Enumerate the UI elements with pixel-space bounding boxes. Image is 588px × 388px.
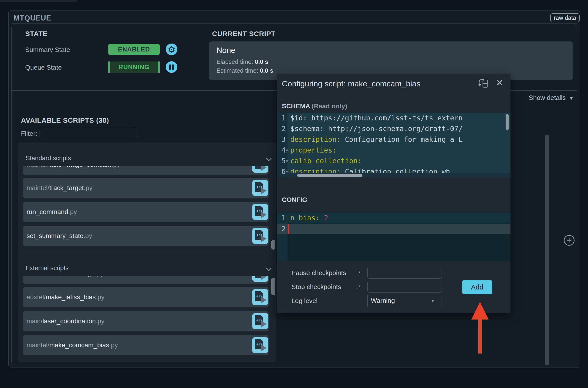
launch-script-icon[interactable]: </> xyxy=(252,228,268,244)
schema-vertical-scrollbar-thumb[interactable] xyxy=(506,114,509,130)
current-script-heading: CURRENT SCRIPT xyxy=(212,30,275,38)
script-path: auxtel/make_latiss_bias.py xyxy=(26,287,105,307)
estimated-time: Estimated time: 0.0 s xyxy=(217,67,273,74)
play-icon xyxy=(261,187,267,194)
external-list-scrollbar-thumb[interactable] xyxy=(271,278,275,295)
line-number: 4 xyxy=(277,145,286,156)
arrow-head xyxy=(471,302,489,319)
code-line: 4properties: xyxy=(277,145,511,156)
configure-script-dialog: Configuring script: make_comcam_bias × S… xyxy=(277,74,511,313)
code-line: 1n_bias: 2 xyxy=(277,213,511,223)
launch-script-icon[interactable]: </> xyxy=(252,313,268,329)
external-scripts-label: External scripts xyxy=(26,265,69,272)
section-divider xyxy=(23,253,270,253)
summary-state-badge: ENABLED xyxy=(108,44,160,55)
script-list-item[interactable]: maintel/track_target.py</> xyxy=(23,178,269,198)
code-line: 2$schema: http://json-schema.org/draft-0… xyxy=(277,123,511,134)
add-script-plus-icon[interactable]: + xyxy=(564,235,574,246)
triangle-down-icon: ▼ xyxy=(568,95,574,101)
stop-checkpoints-input[interactable] xyxy=(367,281,442,292)
pause-checkpoints-hint: .* xyxy=(357,270,361,277)
script-list-item[interactable]: auxtel/latiss_cwfs_align.py</> xyxy=(23,276,269,284)
line-number: 5 xyxy=(277,156,286,166)
show-details-toggle[interactable]: Show details▼ xyxy=(529,94,574,101)
code-line: 3description: Configuration for making a… xyxy=(277,134,511,145)
code-line: 1$id: https://github.com/lsst-ts/ts_exte… xyxy=(277,113,511,123)
script-path: maintel/track_target.py xyxy=(26,178,92,198)
play-icon xyxy=(261,235,267,242)
pause-queue-button[interactable] xyxy=(166,61,177,73)
script-path: set_summary_state.py xyxy=(26,226,92,246)
filter-label: Filter: xyxy=(21,130,37,137)
log-level-select[interactable]: Warning ▼ xyxy=(367,295,442,307)
script-path: run_command.py xyxy=(26,202,77,222)
summary-state-settings-button[interactable]: ⚙ xyxy=(166,44,177,55)
script-path: main/laser_coordination.py xyxy=(26,311,105,331)
fold-arrow-icon[interactable] xyxy=(286,149,288,152)
schema-label: SCHEMA (Read only) xyxy=(282,102,347,110)
chevron-down-icon[interactable] xyxy=(266,155,272,161)
state-heading: STATE xyxy=(25,30,47,38)
launch-script-icon[interactable]: </> xyxy=(252,289,268,305)
available-scripts-heading: AVAILABLE SCRIPTS (38) xyxy=(21,117,109,124)
fold-arrow-icon[interactable] xyxy=(286,160,288,162)
play-icon xyxy=(261,276,267,280)
filter-input[interactable] xyxy=(40,128,136,139)
line-number: 6 xyxy=(277,166,286,177)
launch-script-icon[interactable]: </> xyxy=(252,276,268,282)
log-level-value: Warning xyxy=(371,297,395,304)
line-number: 2 xyxy=(277,123,286,134)
pause-checkpoints-input[interactable] xyxy=(367,267,442,279)
script-list-item[interactable]: maintel/take_image_comcam.py</> xyxy=(23,166,269,175)
mtqueue-screen: MTQUEUE raw data STATE Summary State ENA… xyxy=(0,0,588,388)
available-scripts-panel: Standard scripts maintel/take_image_comc… xyxy=(18,143,276,362)
chevron-down-icon[interactable] xyxy=(266,265,272,271)
elapsed-time: Elapsed time: 0.0 s xyxy=(217,58,268,65)
launch-script-icon[interactable]: </> xyxy=(252,204,268,220)
gear-icon: ⚙ xyxy=(168,45,175,54)
play-icon xyxy=(261,296,267,303)
script-list-item[interactable]: maintel/make_comcam_bias.py</> xyxy=(23,335,269,355)
rotate-arrow-icon xyxy=(478,84,481,87)
standard-list-scrollbar-thumb[interactable] xyxy=(271,240,275,250)
play-icon xyxy=(261,320,267,327)
code-line: 2 xyxy=(277,224,511,234)
launch-script-icon[interactable]: </> xyxy=(252,337,268,353)
schema-editor[interactable]: 1$id: https://github.com/lsst-ts/ts_exte… xyxy=(277,113,511,177)
schema-horizontal-scrollbar[interactable] xyxy=(288,173,511,177)
launch-script-icon[interactable]: </> xyxy=(252,180,268,196)
title-divider xyxy=(11,23,577,24)
script-list-item[interactable]: main/laser_coordination.py</> xyxy=(23,311,269,331)
config-editor[interactable]: 1n_bias: 22 xyxy=(277,213,511,261)
script-list-item[interactable]: set_summary_state.py</> xyxy=(23,226,269,246)
close-icon[interactable]: × xyxy=(494,76,505,89)
select-caret-icon: ▼ xyxy=(430,298,435,304)
arrow-shaft xyxy=(478,319,482,354)
queue-state-badge: RUNNING xyxy=(108,61,160,73)
stop-checkpoints-hint: .* xyxy=(357,284,361,291)
script-list-item[interactable]: run_command.py</> xyxy=(23,202,269,222)
annotation-arrow-up xyxy=(471,302,489,388)
log-level-label: Log level xyxy=(292,297,317,305)
queue-column-scrollbar[interactable] xyxy=(545,135,549,365)
config-label: CONFIG xyxy=(282,196,307,204)
line-number: 1 xyxy=(277,213,286,223)
pause-icon xyxy=(169,65,171,70)
standard-scripts-label: Standard scripts xyxy=(26,155,71,162)
dialog-title: Configuring script: make_comcam_bias xyxy=(282,79,420,88)
code-line: 5 calib_collection: xyxy=(277,156,511,166)
schema-horizontal-scrollbar-thumb[interactable] xyxy=(297,174,362,177)
script-list-item[interactable]: auxtel/make_latiss_bias.py</> xyxy=(23,287,269,307)
launch-script-icon[interactable]: </> xyxy=(252,166,268,173)
detach-dialog-button[interactable] xyxy=(479,79,489,89)
pause-icon xyxy=(172,65,174,70)
script-path: maintel/make_comcam_bias.py xyxy=(26,335,118,355)
line-number: 2 xyxy=(277,224,286,234)
line-number: 3 xyxy=(277,134,286,145)
text-cursor xyxy=(288,224,289,234)
top-tab-decoration xyxy=(0,0,77,2)
add-button[interactable]: Add xyxy=(462,280,492,294)
raw-data-button[interactable]: raw data xyxy=(550,13,580,22)
queue-state-label: Queue State xyxy=(25,64,62,71)
fold-arrow-icon[interactable] xyxy=(286,171,288,173)
